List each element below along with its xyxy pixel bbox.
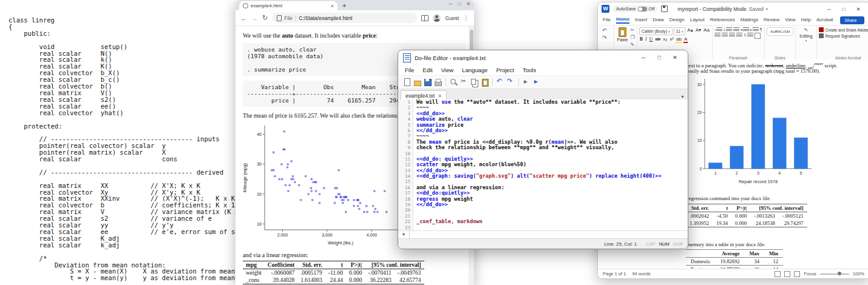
tab-references[interactable]: References (710, 17, 735, 23)
tab-design[interactable]: Design (670, 17, 685, 23)
paste-button[interactable]: Paste (616, 27, 629, 42)
font-name-select[interactable]: Calibri (Body)▾ (639, 27, 673, 35)
autosave-toggle[interactable]: AutoSave Off (613, 5, 657, 12)
shrink-font-button[interactable]: A▾ (695, 27, 702, 33)
menu-project[interactable]: Project (492, 67, 518, 73)
tab-insert[interactable]: Insert (635, 17, 647, 23)
menu-tools[interactable]: Tools (518, 67, 540, 73)
split-screen-icon[interactable] (421, 15, 429, 21)
zoom-level[interactable]: 100% (853, 271, 864, 277)
close-icon[interactable]: ✕ (667, 55, 683, 61)
tab-home[interactable]: Home (616, 16, 629, 24)
run-icon[interactable] (522, 78, 531, 87)
zoom-slider[interactable] (820, 273, 849, 275)
print-layout-icon[interactable] (784, 271, 790, 277)
minimize-icon[interactable]: ─ (636, 55, 651, 61)
close-icon[interactable]: ✕ (466, 1, 470, 7)
decrease-indent-icon[interactable]: ◂ (741, 27, 749, 32)
word-count[interactable]: 94 words (632, 271, 650, 277)
text-highlight-button[interactable]: ab (676, 36, 682, 43)
new-file-icon[interactable] (402, 78, 412, 87)
menu-view[interactable]: View (437, 67, 458, 73)
strikethrough-button[interactable]: ab (654, 36, 661, 42)
format-painter-icon[interactable]: ✎ (630, 42, 634, 48)
numbering-icon[interactable]: 1 (724, 27, 732, 32)
font-color-button[interactable]: A (683, 36, 688, 43)
web-layout-icon[interactable] (794, 271, 800, 277)
browser-menu-icon[interactable]: ⋮ (463, 15, 469, 21)
focus-button[interactable]: Focus (804, 271, 816, 277)
tab-help[interactable]: Help (801, 17, 810, 23)
copy-icon[interactable] (470, 78, 479, 87)
profile-avatar[interactable] (433, 14, 441, 22)
menu-language[interactable]: Language (458, 67, 492, 73)
menu-edit[interactable]: Edit (418, 67, 436, 73)
maximize-icon[interactable]: □ (836, 6, 851, 12)
open-file-icon[interactable] (413, 78, 422, 87)
page-indicator[interactable]: Page 1 of 1 (603, 271, 626, 277)
forward-icon[interactable]: → (251, 15, 258, 22)
align-right-icon[interactable] (729, 33, 735, 37)
increase-indent-icon[interactable]: ▸ (750, 27, 759, 32)
save-icon[interactable] (423, 78, 432, 87)
borders-icon[interactable] (754, 33, 761, 39)
copy-icon[interactable]: ❐ (630, 35, 634, 41)
maximize-icon[interactable]: □ (458, 1, 461, 7)
close-icon[interactable]: ✕ (851, 6, 866, 12)
font-size-select[interactable]: 11▾ (674, 27, 686, 35)
editing-button[interactable]: ✎ Editing ▾ (798, 27, 814, 42)
bold-button[interactable]: B (639, 36, 643, 42)
create-share-adobe-pdf-button[interactable]: Create and Share Adobe PDF (819, 27, 868, 32)
tab-file[interactable]: File (603, 17, 611, 23)
line-spacing-icon[interactable]: ⇕ (744, 33, 753, 37)
chevron-down-icon[interactable]: ▾ (766, 7, 768, 11)
redo-icon[interactable]: ↷ (602, 35, 607, 41)
superscript-button[interactable]: x² (669, 36, 674, 42)
address-bar[interactable]: File | C:/Stata/example4.html (272, 13, 417, 23)
maximize-icon[interactable]: □ (651, 55, 667, 61)
tab-view[interactable]: View (785, 17, 795, 23)
cut-icon[interactable]: ✂ (630, 27, 634, 33)
grow-font-button[interactable]: A▴ (687, 27, 693, 33)
undo-icon[interactable] (496, 78, 505, 87)
tab-list-dropdown-icon[interactable]: ▼ (680, 95, 685, 99)
do-icon[interactable] (532, 78, 541, 87)
refresh-icon[interactable]: ↻ (262, 14, 268, 22)
find-icon[interactable] (449, 78, 458, 87)
italic-button[interactable]: I (645, 36, 648, 42)
tab-acrobat[interactable]: Acrobat (816, 17, 833, 23)
cut-icon[interactable] (459, 78, 469, 87)
undo-icon[interactable]: ↶ (602, 27, 607, 33)
underline-button[interactable]: U (649, 36, 654, 42)
back-icon[interactable]: ← (240, 15, 247, 22)
new-tab-button[interactable]: + (342, 1, 346, 10)
menu-file[interactable]: File (401, 67, 418, 73)
multilevel-list-icon[interactable] (733, 27, 739, 32)
paragraph-mark-icon[interactable]: ¶ (760, 27, 762, 32)
redo-icon[interactable] (506, 78, 515, 87)
justify-icon[interactable] (736, 33, 742, 37)
dofile-editor-area[interactable]: 1We will use the **auto** dataset. It in… (398, 99, 688, 231)
tab-mailings[interactable]: Mailings (741, 17, 758, 23)
tab-review[interactable]: Review (764, 17, 779, 23)
subscript-button[interactable]: x₂ (662, 36, 668, 42)
minimize-icon[interactable]: ─ (449, 1, 453, 7)
tab-close-icon[interactable]: ✕ (438, 93, 442, 99)
minimize-icon[interactable]: ─ (822, 6, 836, 12)
align-center-icon[interactable] (722, 33, 728, 37)
browser-tab[interactable]: example4.html × (239, 1, 337, 10)
read-mode-icon[interactable] (775, 271, 781, 277)
tab-layout[interactable]: Layout (690, 17, 705, 23)
paste-icon[interactable] (480, 78, 489, 87)
share-button[interactable]: Share▾ (840, 16, 864, 24)
styles-gallery[interactable]: AaBbCcDd (767, 27, 794, 36)
align-left-icon[interactable] (714, 33, 721, 37)
tab-close-icon[interactable]: × (331, 3, 334, 9)
bullets-icon[interactable]: • (714, 27, 722, 32)
tab-draw[interactable]: Draw (653, 17, 664, 23)
print-icon[interactable] (433, 78, 442, 87)
change-case-button[interactable]: Aa (703, 27, 710, 33)
navigation-dropdown[interactable]: ▼ (398, 231, 410, 238)
request-signatures-button[interactable]: Request Signatures (819, 33, 860, 38)
save-icon[interactable] (661, 5, 668, 12)
